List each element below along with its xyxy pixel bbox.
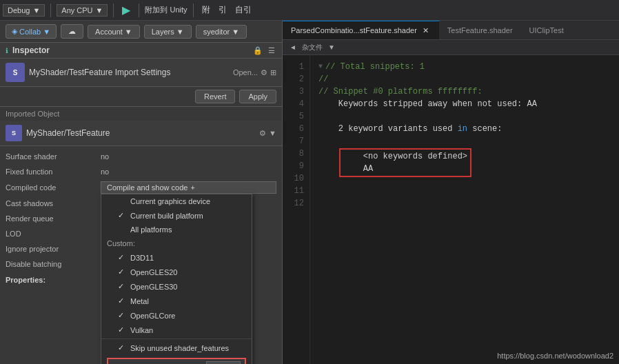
tab-parsed[interactable]: ParsedCombinatio...stFeature.shader ✕ xyxy=(283,21,439,39)
render-queue-label: Render queue xyxy=(6,214,95,223)
variants-show-btn[interactable]: Show xyxy=(206,361,241,364)
line-numbers: 1 2 3 4 5 6 7 8 9 10 11 12 xyxy=(283,55,310,364)
shader-info: MyShader/TestFeature Import Settings xyxy=(29,68,229,77)
compile-show-btn[interactable]: Compile and show code + xyxy=(101,181,276,194)
prop-fixed-function: Fixed function no xyxy=(0,164,282,179)
info-icon: ℹ xyxy=(6,47,8,54)
grid-button[interactable]: ⊞ xyxy=(270,68,276,77)
dropdown-divider xyxy=(101,338,252,339)
code-text-3: // Snippet #0 platforms ffffffff: xyxy=(318,85,483,98)
play-button[interactable]: ▶ xyxy=(119,3,133,17)
collab-button[interactable]: ◈ Collab ▼ xyxy=(6,24,57,39)
code-text-6b: in xyxy=(458,123,467,135)
btn-zhiyin[interactable]: 自引 xyxy=(232,3,254,17)
shader-path: MyShader/TestFeature Import Settings xyxy=(29,68,229,77)
debug-dropdown[interactable]: Debug ▼ xyxy=(3,4,45,17)
layers-arrow: ▼ xyxy=(176,28,184,36)
dropdown-vulkan[interactable]: ✓ Vulkan xyxy=(101,323,252,337)
dropdown-all-platforms[interactable]: All platforms xyxy=(101,223,252,236)
account-button[interactable]: Account ▼ xyxy=(88,25,140,39)
layers-label: Layers xyxy=(152,28,174,36)
cloud-button[interactable]: ☁ xyxy=(61,24,83,39)
collab-arrow: ▼ xyxy=(43,28,50,36)
editor-panel: ParsedCombinatio...stFeature.shader ✕ Te… xyxy=(283,21,619,364)
code-line-1: ▼ // Total snippets: 1 xyxy=(318,61,611,73)
misc-files-label: 杂文件 xyxy=(302,43,323,52)
check-opengles30: ✓ xyxy=(118,282,128,291)
imported-object-block: S MyShader/TestFeature ⚙ ▼ xyxy=(0,121,282,146)
menu-button[interactable]: ☰ xyxy=(267,46,276,55)
dropdown-menu: Current graphics device ✓ Current build … xyxy=(101,194,252,364)
collab-icon: ◈ xyxy=(12,27,17,36)
tab-uicliptest[interactable]: UIClipTest xyxy=(521,21,572,39)
btn-fuji[interactable]: 附 xyxy=(199,3,213,17)
code-line-2: // xyxy=(318,73,611,85)
ignore-projector-label: Ignore projector xyxy=(6,245,95,253)
code-content[interactable]: ▼ // Total snippets: 1 // // Snippet #0 … xyxy=(310,55,619,364)
cpu-arrow: ▼ xyxy=(96,6,103,14)
fixed-function-value: no xyxy=(101,168,276,176)
code-text-1: // Total snippets: 1 xyxy=(325,61,425,73)
tab-parsed-close[interactable]: ✕ xyxy=(421,26,431,35)
apply-button[interactable]: Apply xyxy=(239,90,276,103)
ln-1: 1 xyxy=(283,61,310,73)
editor-left-arrow[interactable]: ◄ xyxy=(287,42,299,52)
dropdown-current-graphics[interactable]: Current graphics device xyxy=(101,194,252,208)
sep1 xyxy=(50,3,51,17)
dropdown-metal[interactable]: ✓ Metal xyxy=(101,294,252,308)
main-content: ◈ Collab ▼ ☁ Account ▼ Layers ▼ syeditor xyxy=(0,21,619,364)
dropdown-openglcore[interactable]: ✓ OpenGLCore xyxy=(101,308,252,323)
dropdown-skip-unused[interactable]: ✓ Skip unused shader_features xyxy=(101,341,252,355)
shader-header: S MyShader/TestFeature Import Settings O… xyxy=(0,59,282,87)
check-d3d11: ✓ xyxy=(118,253,128,262)
compiled-code-row: Compiled code Compile and show code + Cu… xyxy=(0,179,282,196)
account-arrow: ▼ xyxy=(125,28,132,36)
ln-2: 2 xyxy=(283,73,310,85)
skip-unused-label: Skip unused shader_features xyxy=(130,344,229,352)
imported-object-label: Imported Object xyxy=(0,107,282,121)
imported-shader-icon: S xyxy=(6,125,22,141)
open-button[interactable]: Open... xyxy=(233,68,258,77)
lock-button[interactable]: 🔒 xyxy=(252,46,264,55)
cpu-dropdown[interactable]: Any CPU ▼ xyxy=(57,4,108,17)
syeditor-button[interactable]: syeditor ▼ xyxy=(196,25,247,39)
check-openglcore: ✓ xyxy=(118,311,128,320)
settings-button[interactable]: ⚙ xyxy=(261,68,267,77)
code-text-8: <no keywords defined> xyxy=(343,150,467,163)
check-vulkan: ✓ xyxy=(118,325,128,334)
imported-more-btn[interactable]: ▼ xyxy=(269,129,276,138)
variants-row: 2 variants included Show xyxy=(107,358,246,364)
red-box-highlight: <no keywords defined> AA xyxy=(339,148,471,177)
code-line-12 xyxy=(318,203,611,215)
revert-button[interactable]: Revert xyxy=(195,90,235,103)
dropdown-opengles20[interactable]: ✓ OpenGLES20 xyxy=(101,265,252,279)
sep3 xyxy=(139,3,139,17)
shader-buttons: Open... ⚙ ⊞ xyxy=(233,68,276,77)
dropdown-d3d11[interactable]: ✓ D3D11 xyxy=(101,250,252,265)
ln-12: 12 xyxy=(283,197,310,210)
dropdown-current-build[interactable]: ✓ Current build platform xyxy=(101,208,252,223)
cloud-icon: ☁ xyxy=(68,27,76,36)
code-line-3: // Snippet #0 platforms ffffffff: xyxy=(318,85,611,98)
compile-plus-icon: + xyxy=(190,183,194,192)
ln-7: 7 xyxy=(283,135,310,148)
tab-testfeature[interactable]: TestFeature.shader xyxy=(439,21,521,39)
lod-label: LOD xyxy=(6,230,95,238)
ln-4: 4 xyxy=(283,98,310,110)
code-line-10 xyxy=(318,178,611,190)
layers-button[interactable]: Layers ▼ xyxy=(144,25,192,39)
code-text-6a: 2 keyword variants used xyxy=(318,123,458,135)
properties-table: Surface shader no Fixed function no Comp… xyxy=(0,146,282,364)
surface-shader-label: Surface shader xyxy=(6,152,95,161)
ln-11: 11 xyxy=(283,185,310,197)
editor-dropdown-btn[interactable]: ▼ xyxy=(325,42,338,52)
code-text-9: AA xyxy=(343,163,373,175)
inspector-actions: 🔒 ☰ xyxy=(252,46,276,55)
syeditor-arrow: ▼ xyxy=(232,28,239,36)
sep4 xyxy=(193,3,194,17)
debug-arrow: ▼ xyxy=(32,6,40,14)
fold-icon-1: ▼ xyxy=(318,61,323,73)
dropdown-opengles30[interactable]: ✓ OpenGLES30 xyxy=(101,279,252,294)
imported-settings-btn[interactable]: ⚙ xyxy=(259,129,266,138)
btn-yinyong[interactable]: 引 xyxy=(216,3,230,17)
